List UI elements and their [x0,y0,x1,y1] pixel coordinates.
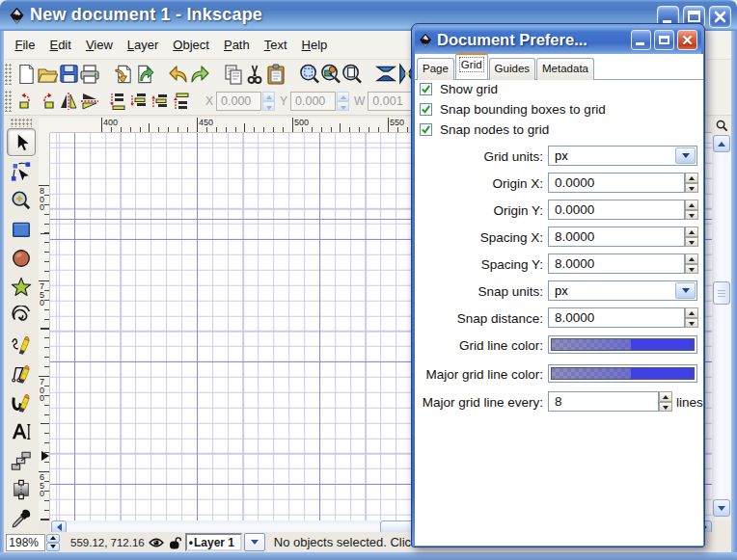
rotate-90-cw-icon[interactable] [37,90,58,113]
vertical-scrollbar-thumb[interactable] [713,281,730,305]
bezier-pen-tool-icon[interactable] [7,360,36,387]
redo-icon[interactable] [189,63,210,86]
toolbox-grip[interactable] [11,119,32,127]
spacing-y-spinbox[interactable]: 8.0000 [548,253,698,274]
cut-icon[interactable] [244,63,265,86]
menu-edit[interactable]: Edit [42,34,78,56]
connector-tool-icon[interactable] [7,446,36,474]
tab-page[interactable]: Page [417,58,454,80]
ruler-label: 700 [40,378,46,403]
tab-grid[interactable]: Grid [455,53,488,79]
raise-one-step-icon[interactable] [150,90,172,113]
dropper-tool-icon[interactable] [7,504,36,532]
width-field[interactable]: 0.001 [368,92,413,111]
sticky-zoom-icon[interactable] [713,118,730,134]
spin-buttons[interactable] [685,200,698,220]
layer-dropdown-button[interactable] [244,533,265,551]
spin-buttons[interactable] [659,391,672,412]
zoom-page-icon[interactable] [341,63,363,86]
zoom-width-icon[interactable] [375,63,396,86]
ruler-label: 650 [40,473,46,498]
copy-icon[interactable] [223,63,244,86]
paste-icon[interactable] [265,63,287,86]
snap-bbox-checkbox[interactable] [420,103,432,116]
node-editor-tool-icon[interactable] [7,157,36,185]
undo-icon[interactable] [168,63,189,86]
menu-path[interactable]: Path [216,34,257,56]
snap-units-combo[interactable]: px [548,280,697,301]
rectangle-tool-icon[interactable] [7,215,36,243]
layer-lock-icon[interactable] [169,536,182,549]
new-document-icon[interactable] [15,63,37,86]
window-close-button[interactable] [709,6,731,28]
lower-to-bottom-icon[interactable] [108,90,129,113]
major-grid-line-color-button[interactable] [548,364,697,383]
raise-to-top-icon[interactable] [172,90,193,113]
menu-file[interactable]: File [8,34,42,56]
snap-distance-spinbox[interactable]: 8.0000 [548,307,698,328]
spin-buttons[interactable] [685,253,698,274]
export-bitmap-icon[interactable] [134,63,155,86]
spacing-x-spinbox[interactable]: 8.0000 [548,227,698,247]
open-document-icon[interactable] [37,63,58,86]
save-document-icon[interactable] [58,63,79,86]
grid-line-color-label: Grid line color: [415,338,543,353]
spiral-tool-icon[interactable] [7,302,36,330]
selector-tool-icon[interactable] [7,128,36,156]
ellipse-tool-icon[interactable] [7,244,36,272]
x-coordinate-spinner[interactable] [262,92,275,111]
document-preferences-dialog: Document Prefere... ✕ Page Grid Guides M… [411,23,705,547]
lower-one-step-icon[interactable] [129,90,150,113]
print-document-icon[interactable] [79,63,100,86]
layer-selector[interactable]: •Layer 1 [185,533,242,551]
combo-dropdown-button[interactable] [675,282,696,299]
zoom-spinner[interactable] [46,534,60,551]
grid-units-combo[interactable]: px [548,146,697,166]
star-tool-icon[interactable] [7,273,36,301]
zoom-drawing-icon[interactable] [320,63,341,86]
origin-y-spinbox[interactable]: 0.0000 [548,200,698,220]
import-document-icon[interactable] [113,63,134,86]
toolbar-grip[interactable] [5,64,12,85]
show-grid-checkbox[interactable] [420,83,432,95]
zoom-selection-icon[interactable] [299,63,320,86]
dialog-minimize-button[interactable] [631,30,651,50]
toolbar-grip[interactable] [5,91,12,112]
menu-text[interactable]: Text [257,34,294,56]
gradient-tool-icon[interactable] [7,475,36,503]
menu-layer[interactable]: Layer [120,34,166,56]
scroll-down-button[interactable] [713,499,730,517]
scroll-up-button[interactable] [713,135,730,152]
snap-nodes-checkbox[interactable] [420,123,432,136]
tab-metadata[interactable]: Metadata [536,58,594,80]
menu-view[interactable]: View [78,34,120,56]
dialog-close-button[interactable]: ✕ [677,30,697,50]
calligraphy-tool-icon[interactable] [7,388,36,416]
menu-object[interactable]: Object [166,34,217,56]
dialog-maximize-button[interactable] [654,30,674,50]
vertical-scrollbar-track[interactable] [712,152,731,499]
zoom-tool-icon[interactable] [7,186,36,214]
zoom-field[interactable]: 198% [6,534,45,551]
flip-horizontal-icon[interactable] [58,90,79,113]
major-grid-line-every-spinbox[interactable]: 8 [548,391,672,412]
x-coordinate-field[interactable]: 0.000 [216,92,261,111]
ruler-label: 450 [199,118,213,127]
pencil-tool-icon[interactable] [7,331,36,359]
tab-guides[interactable]: Guides [489,58,535,80]
rotate-90-ccw-icon[interactable] [15,90,37,113]
layer-visibility-icon[interactable] [149,537,164,548]
grid-line-color-button[interactable] [548,335,697,354]
y-coordinate-field[interactable]: 0.000 [290,92,336,111]
spin-buttons[interactable] [685,227,698,247]
y-coordinate-spinner[interactable] [337,92,349,111]
combo-dropdown-button[interactable] [675,147,696,164]
text-tool-icon[interactable] [7,417,36,445]
vertical-ruler[interactable]: 800 750 700 650 [39,133,50,520]
spacing-y-label: Spacing Y: [415,257,543,272]
flip-vertical-icon[interactable] [79,90,100,113]
origin-x-spinbox[interactable]: 0.0000 [548,173,698,193]
spin-buttons[interactable] [685,173,698,193]
spin-buttons[interactable] [685,307,698,328]
menu-help[interactable]: Help [294,34,335,56]
